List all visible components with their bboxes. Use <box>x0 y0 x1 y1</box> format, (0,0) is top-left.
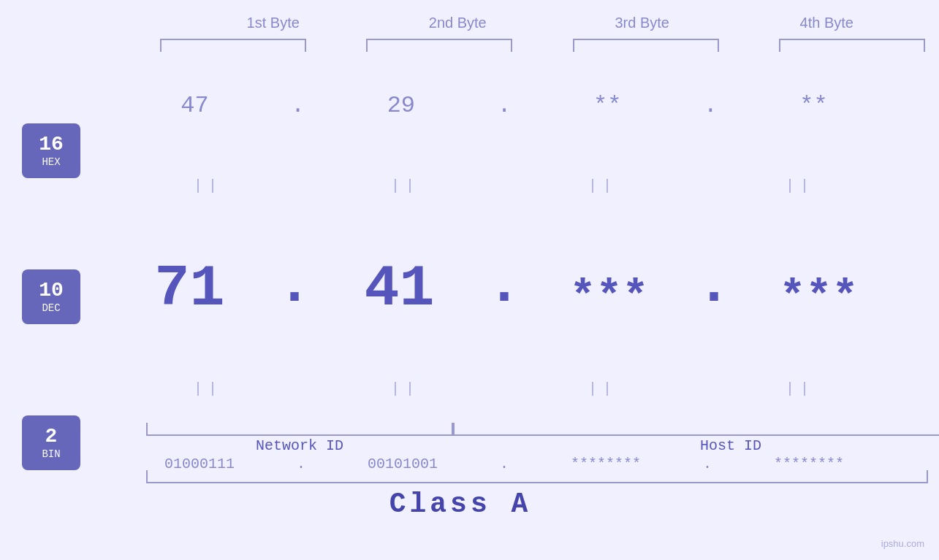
dec-byte3: *** <box>522 272 696 322</box>
dec-badge: 10 DEC <box>22 269 80 324</box>
bottom-bracket-area <box>146 423 939 436</box>
sep2: || <box>307 177 504 194</box>
host-id-bracket <box>453 423 939 436</box>
class-label: Class A <box>0 488 921 520</box>
main-container: 1st Byte 2nd Byte 3rd Byte 4th Byte 16 H… <box>0 0 939 560</box>
sep1: || <box>110 177 307 194</box>
hex-byte1: 47 <box>102 92 287 119</box>
network-id-bracket <box>146 423 453 436</box>
dec-byte2: 41 <box>312 256 487 322</box>
dec-byte4: *** <box>731 272 906 322</box>
sep5: || <box>110 380 307 397</box>
hex-dot3: . <box>704 92 718 119</box>
dec-byte1: 71 <box>102 256 277 322</box>
bin-badge: 2 BIN <box>22 415 80 470</box>
hex-dot2: . <box>497 92 511 119</box>
sep4: || <box>702 177 899 194</box>
bracket-byte1 <box>160 39 306 52</box>
hex-b3-value: ** <box>593 92 621 119</box>
hex-byte4: ** <box>721 92 906 119</box>
dec-dot2: . <box>487 252 522 318</box>
hex-byte3: ** <box>515 92 700 119</box>
hex-byte2: 29 <box>308 92 493 119</box>
dec-dot1: . <box>277 252 312 318</box>
hex-badge: 16 HEX <box>22 123 80 178</box>
bin-label: BIN <box>42 448 60 460</box>
dec-dot3: . <box>696 252 731 318</box>
sep6: || <box>307 380 504 397</box>
bracket-byte2 <box>366 39 512 52</box>
class-bracket <box>146 470 928 483</box>
hex-b2-value: 29 <box>387 92 415 119</box>
dec-b4-value: *** <box>779 272 858 322</box>
hex-number: 16 <box>39 134 64 156</box>
network-id-label: Network ID <box>146 437 453 454</box>
watermark: ipshu.com <box>881 538 924 549</box>
dec-b3-value: *** <box>569 272 648 322</box>
sep-hex-dec: || || || || <box>102 177 906 194</box>
sep3: || <box>504 177 702 194</box>
bin-number: 2 <box>45 426 58 448</box>
dec-b1-value: 71 <box>154 256 224 322</box>
byte3-header: 3rd Byte <box>562 15 723 31</box>
dec-label: DEC <box>42 302 60 314</box>
hex-b1-value: 47 <box>180 92 208 119</box>
sep7: || <box>504 380 702 397</box>
host-id-label: Host ID <box>453 437 939 454</box>
hex-dot1: . <box>291 92 305 119</box>
byte-headers: 1st Byte 2nd Byte 3rd Byte 4th Byte <box>115 15 919 31</box>
hex-label: HEX <box>42 156 60 168</box>
id-labels: Network ID Host ID <box>146 437 939 454</box>
base-labels-column: 16 HEX 10 DEC 2 BIN <box>0 55 102 560</box>
sep8: || <box>702 380 899 397</box>
bracket-byte3 <box>573 39 719 52</box>
top-brackets <box>141 39 940 52</box>
sep-dec-bin: || || || || <box>102 380 906 397</box>
dec-number: 10 <box>39 280 64 302</box>
hex-value-row: 47 . 29 . ** . ** <box>102 92 906 119</box>
hex-b4-value: ** <box>799 92 827 119</box>
dec-value-row: 71 . 41 . *** . *** <box>102 252 906 322</box>
dec-b2-value: 41 <box>364 256 434 322</box>
byte1-header: 1st Byte <box>193 15 354 31</box>
byte2-header: 2nd Byte <box>377 15 538 31</box>
bracket-byte4 <box>779 39 925 52</box>
byte4-header: 4th Byte <box>746 15 907 31</box>
